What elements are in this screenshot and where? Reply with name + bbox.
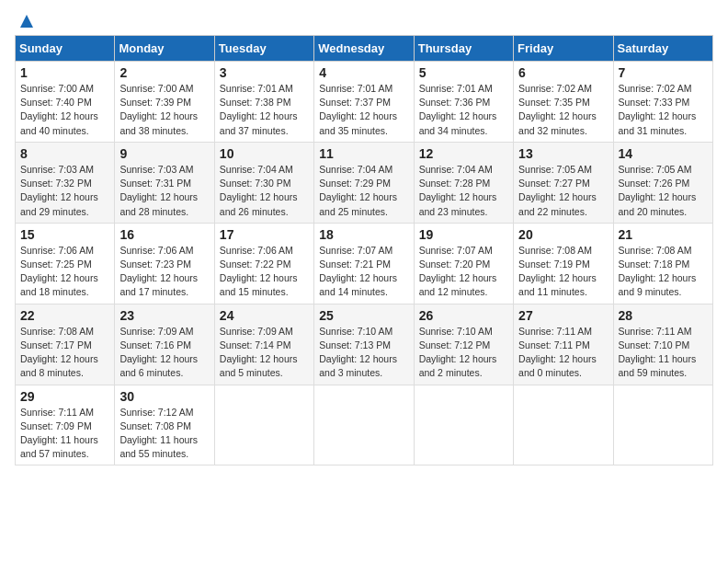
day-number: 23 xyxy=(119,308,209,323)
calendar-cell xyxy=(214,385,313,465)
day-number: 15 xyxy=(20,227,109,242)
calendar-week-row: 15 Sunrise: 7:06 AMSunset: 7:25 PMDaylig… xyxy=(16,223,713,304)
calendar-header-sunday: Sunday xyxy=(16,36,115,62)
day-info: Sunrise: 7:01 AMSunset: 7:38 PMDaylight:… xyxy=(220,83,298,136)
day-info: Sunrise: 7:03 AMSunset: 7:32 PMDaylight:… xyxy=(20,164,98,217)
calendar-cell: 9 Sunrise: 7:03 AMSunset: 7:31 PMDayligh… xyxy=(115,142,214,223)
calendar-cell xyxy=(314,385,414,465)
day-info: Sunrise: 7:01 AMSunset: 7:36 PMDaylight:… xyxy=(419,83,497,136)
calendar-cell: 18 Sunrise: 7:07 AMSunset: 7:21 PMDaylig… xyxy=(314,223,414,304)
day-number: 3 xyxy=(220,65,309,80)
calendar-cell: 15 Sunrise: 7:06 AMSunset: 7:25 PMDaylig… xyxy=(16,223,115,304)
day-number: 25 xyxy=(319,308,408,323)
calendar-header-saturday: Saturday xyxy=(613,36,712,62)
day-number: 24 xyxy=(220,308,309,323)
calendar-header-wednesday: Wednesday xyxy=(314,36,414,62)
day-info: Sunrise: 7:09 AMSunset: 7:16 PMDaylight:… xyxy=(119,326,198,379)
calendar-cell: 25 Sunrise: 7:10 AMSunset: 7:13 PMDaylig… xyxy=(314,304,414,385)
calendar-cell: 8 Sunrise: 7:03 AMSunset: 7:32 PMDayligh… xyxy=(16,142,115,223)
calendar-week-row: 29 Sunrise: 7:11 AMSunset: 7:09 PMDaylig… xyxy=(16,385,713,465)
calendar-cell xyxy=(514,385,613,465)
day-info: Sunrise: 7:07 AMSunset: 7:20 PMDaylight:… xyxy=(419,245,497,298)
day-info: Sunrise: 7:06 AMSunset: 7:23 PMDaylight:… xyxy=(119,245,198,298)
day-info: Sunrise: 7:00 AMSunset: 7:39 PMDaylight:… xyxy=(119,83,198,136)
svg-marker-0 xyxy=(20,15,33,28)
day-info: Sunrise: 7:02 AMSunset: 7:35 PMDaylight:… xyxy=(518,83,597,136)
calendar-cell: 30 Sunrise: 7:12 AMSunset: 7:08 PMDaylig… xyxy=(115,385,214,465)
calendar-cell: 27 Sunrise: 7:11 AMSunset: 7:11 PMDaylig… xyxy=(514,304,613,385)
calendar-cell: 13 Sunrise: 7:05 AMSunset: 7:27 PMDaylig… xyxy=(514,142,613,223)
calendar-cell: 21 Sunrise: 7:08 AMSunset: 7:18 PMDaylig… xyxy=(613,223,712,304)
day-number: 29 xyxy=(20,389,109,404)
calendar-cell: 28 Sunrise: 7:11 AMSunset: 7:10 PMDaylig… xyxy=(613,304,712,385)
calendar-cell xyxy=(613,385,712,465)
calendar-cell: 4 Sunrise: 7:01 AMSunset: 7:37 PMDayligh… xyxy=(314,62,414,143)
day-number: 26 xyxy=(419,308,508,323)
calendar-week-row: 22 Sunrise: 7:08 AMSunset: 7:17 PMDaylig… xyxy=(16,304,713,385)
day-number: 8 xyxy=(20,146,109,161)
calendar-cell: 10 Sunrise: 7:04 AMSunset: 7:30 PMDaylig… xyxy=(214,142,313,223)
day-number: 19 xyxy=(419,227,508,242)
day-info: Sunrise: 7:02 AMSunset: 7:33 PMDaylight:… xyxy=(619,83,697,136)
day-info: Sunrise: 7:07 AMSunset: 7:21 PMDaylight:… xyxy=(319,245,397,298)
calendar-cell: 12 Sunrise: 7:04 AMSunset: 7:28 PMDaylig… xyxy=(414,142,513,223)
day-number: 2 xyxy=(119,65,209,80)
calendar-cell: 17 Sunrise: 7:06 AMSunset: 7:22 PMDaylig… xyxy=(214,223,313,304)
day-info: Sunrise: 7:06 AMSunset: 7:22 PMDaylight:… xyxy=(220,245,298,298)
day-info: Sunrise: 7:08 AMSunset: 7:18 PMDaylight:… xyxy=(619,245,697,298)
day-info: Sunrise: 7:04 AMSunset: 7:28 PMDaylight:… xyxy=(419,164,497,217)
calendar-header-thursday: Thursday xyxy=(414,36,513,62)
calendar-header-friday: Friday xyxy=(514,36,613,62)
calendar-header-monday: Monday xyxy=(115,36,214,62)
calendar-week-row: 8 Sunrise: 7:03 AMSunset: 7:32 PMDayligh… xyxy=(16,142,713,223)
day-info: Sunrise: 7:03 AMSunset: 7:31 PMDaylight:… xyxy=(119,164,198,217)
day-number: 16 xyxy=(119,227,209,242)
day-info: Sunrise: 7:10 AMSunset: 7:12 PMDaylight:… xyxy=(419,326,497,379)
day-number: 21 xyxy=(619,227,708,242)
day-number: 30 xyxy=(119,389,209,404)
day-number: 11 xyxy=(319,146,408,161)
day-number: 28 xyxy=(619,308,708,323)
calendar-table: SundayMondayTuesdayWednesdayThursdayFrid… xyxy=(15,35,713,465)
day-info: Sunrise: 7:00 AMSunset: 7:40 PMDaylight:… xyxy=(20,83,98,136)
calendar-cell: 26 Sunrise: 7:10 AMSunset: 7:12 PMDaylig… xyxy=(414,304,513,385)
calendar-cell: 29 Sunrise: 7:11 AMSunset: 7:09 PMDaylig… xyxy=(16,385,115,465)
day-info: Sunrise: 7:09 AMSunset: 7:14 PMDaylight:… xyxy=(220,326,298,379)
calendar-cell: 3 Sunrise: 7:01 AMSunset: 7:38 PMDayligh… xyxy=(214,62,313,143)
day-number: 4 xyxy=(319,65,408,80)
day-number: 27 xyxy=(518,308,608,323)
logo xyxy=(15,15,37,26)
day-number: 18 xyxy=(319,227,408,242)
calendar-cell: 5 Sunrise: 7:01 AMSunset: 7:36 PMDayligh… xyxy=(414,62,513,143)
day-info: Sunrise: 7:10 AMSunset: 7:13 PMDaylight:… xyxy=(319,326,397,379)
day-info: Sunrise: 7:08 AMSunset: 7:19 PMDaylight:… xyxy=(518,245,597,298)
day-info: Sunrise: 7:11 AMSunset: 7:11 PMDaylight:… xyxy=(518,326,597,379)
day-info: Sunrise: 7:08 AMSunset: 7:17 PMDaylight:… xyxy=(20,326,98,379)
day-info: Sunrise: 7:05 AMSunset: 7:26 PMDaylight:… xyxy=(619,164,697,217)
calendar-cell: 2 Sunrise: 7:00 AMSunset: 7:39 PMDayligh… xyxy=(115,62,214,143)
day-number: 6 xyxy=(518,65,608,80)
day-number: 10 xyxy=(220,146,309,161)
calendar-cell: 6 Sunrise: 7:02 AMSunset: 7:35 PMDayligh… xyxy=(514,62,613,143)
day-info: Sunrise: 7:11 AMSunset: 7:10 PMDaylight:… xyxy=(619,326,697,379)
calendar-cell xyxy=(414,385,513,465)
day-number: 7 xyxy=(619,65,708,80)
calendar-cell: 22 Sunrise: 7:08 AMSunset: 7:17 PMDaylig… xyxy=(16,304,115,385)
day-number: 9 xyxy=(119,146,209,161)
day-number: 14 xyxy=(619,146,708,161)
calendar-body: 1 Sunrise: 7:00 AMSunset: 7:40 PMDayligh… xyxy=(16,62,713,465)
logo-icon xyxy=(17,11,37,31)
day-info: Sunrise: 7:06 AMSunset: 7:25 PMDaylight:… xyxy=(20,245,98,298)
day-number: 1 xyxy=(20,65,109,80)
calendar-cell: 24 Sunrise: 7:09 AMSunset: 7:14 PMDaylig… xyxy=(214,304,313,385)
day-number: 13 xyxy=(518,146,608,161)
day-number: 20 xyxy=(518,227,608,242)
calendar-cell: 1 Sunrise: 7:00 AMSunset: 7:40 PMDayligh… xyxy=(16,62,115,143)
calendar-header-tuesday: Tuesday xyxy=(214,36,313,62)
calendar-cell: 7 Sunrise: 7:02 AMSunset: 7:33 PMDayligh… xyxy=(613,62,712,143)
day-info: Sunrise: 7:04 AMSunset: 7:29 PMDaylight:… xyxy=(319,164,397,217)
day-info: Sunrise: 7:12 AMSunset: 7:08 PMDaylight:… xyxy=(119,407,198,460)
calendar-cell: 16 Sunrise: 7:06 AMSunset: 7:23 PMDaylig… xyxy=(115,223,214,304)
calendar-cell: 14 Sunrise: 7:05 AMSunset: 7:26 PMDaylig… xyxy=(613,142,712,223)
calendar-cell: 19 Sunrise: 7:07 AMSunset: 7:20 PMDaylig… xyxy=(414,223,513,304)
